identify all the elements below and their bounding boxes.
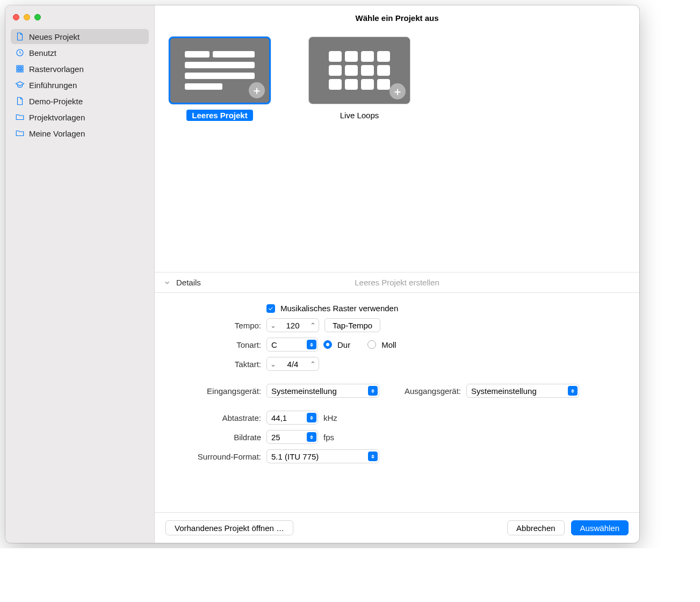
details-header[interactable]: Details Leeres Projekt erstellen bbox=[155, 272, 639, 293]
svg-rect-7 bbox=[17, 70, 18, 72]
sidebar-item-demo-projects[interactable]: Demo-Projekte bbox=[11, 94, 149, 109]
input-device-label: Eingangsgerät: bbox=[171, 386, 261, 396]
tempo-label: Tempo: bbox=[171, 321, 261, 330]
window-controls bbox=[5, 9, 154, 29]
sidebar-item-label: Demo-Projekte bbox=[29, 97, 83, 106]
sidebar-item-new-project[interactable]: Neues Projekt bbox=[11, 29, 149, 44]
sidebar-item-label: Meine Vorlagen bbox=[29, 129, 85, 138]
sidebar-item-grid-templates[interactable]: Rastervorlagen bbox=[11, 61, 149, 76]
zoom-window-button[interactable] bbox=[34, 14, 41, 20]
sidebar-item-label: Rastervorlagen bbox=[29, 64, 84, 74]
major-radio[interactable] bbox=[323, 340, 332, 349]
minimize-window-button[interactable] bbox=[24, 14, 30, 20]
select-arrows-icon bbox=[568, 386, 578, 396]
sidebar-item-project-templates[interactable]: Projektvorlagen bbox=[11, 110, 149, 125]
key-label: Tonart: bbox=[171, 340, 261, 349]
select-arrows-icon bbox=[307, 413, 316, 422]
chevron-down-icon[interactable]: ⌄ bbox=[267, 321, 279, 329]
tile-live-loops[interactable]: ＋ Live Loops bbox=[308, 37, 410, 266]
select-arrows-icon bbox=[307, 432, 316, 442]
select-arrows-icon bbox=[307, 340, 316, 349]
sample-rate-select[interactable]: 44,1 bbox=[266, 411, 318, 425]
svg-rect-4 bbox=[17, 68, 18, 70]
time-sig-label: Taktart: bbox=[171, 360, 261, 369]
sidebar: Neues Projekt Benutzt Rastervorlagen Ein… bbox=[5, 5, 155, 543]
key-select-value: C bbox=[271, 340, 277, 349]
folder-icon bbox=[15, 128, 25, 138]
sample-rate-value: 44,1 bbox=[271, 413, 287, 422]
sidebar-item-label: Neues Projekt bbox=[29, 32, 80, 41]
details-subtitle: Leeres Projekt erstellen bbox=[155, 278, 639, 287]
sidebar-item-label: Projektvorlagen bbox=[29, 113, 85, 122]
choose-button[interactable]: Auswählen bbox=[571, 520, 629, 535]
tap-tempo-button[interactable]: Tap-Tempo bbox=[324, 318, 380, 332]
output-device-value: Systemeinstellung bbox=[471, 386, 537, 396]
tempo-stepper[interactable]: ⌄ 120 ⌃ bbox=[266, 318, 319, 332]
svg-rect-2 bbox=[19, 66, 21, 67]
surround-value: 5.1 (ITU 775) bbox=[271, 452, 319, 461]
open-existing-button[interactable]: Vorhandenes Projekt öffnen … bbox=[165, 520, 293, 535]
plus-icon: ＋ bbox=[389, 83, 406, 99]
input-device-value: Systemeinstellung bbox=[271, 386, 337, 396]
close-window-button[interactable] bbox=[13, 14, 19, 20]
sample-rate-label: Abtastrate: bbox=[171, 413, 261, 422]
main-content: Wähle ein Projekt aus ＋ Leeres Projekt bbox=[155, 5, 639, 543]
grid-icon bbox=[15, 64, 25, 74]
svg-rect-9 bbox=[21, 70, 23, 72]
chevron-up-icon[interactable]: ⌃ bbox=[307, 321, 319, 329]
use-musical-grid-checkbox[interactable] bbox=[266, 304, 275, 313]
tile-label: Live Loops bbox=[335, 110, 385, 121]
key-select[interactable]: C bbox=[266, 338, 318, 352]
folder-icon bbox=[15, 112, 25, 122]
sample-rate-unit: kHz bbox=[323, 413, 337, 422]
input-device-select[interactable]: Systemeinstellung bbox=[266, 384, 379, 398]
sidebar-item-my-templates[interactable]: Meine Vorlagen bbox=[11, 126, 149, 141]
sidebar-item-label: Einführungen bbox=[29, 81, 77, 90]
select-arrows-icon bbox=[368, 386, 378, 396]
sidebar-item-tutorials[interactable]: Einführungen bbox=[11, 77, 149, 92]
template-gallery: ＋ Leeres Projekt ＋ Live Loops bbox=[155, 30, 639, 272]
use-musical-grid-label: Musikalisches Raster verwenden bbox=[280, 304, 398, 313]
surround-label: Surround-Format: bbox=[171, 452, 261, 461]
window-title: Wähle ein Projekt aus bbox=[155, 5, 639, 30]
svg-rect-5 bbox=[19, 68, 21, 70]
frame-rate-value: 25 bbox=[271, 433, 280, 442]
chevron-down-icon[interactable]: ⌄ bbox=[267, 360, 279, 368]
output-device-label: Ausgangsgerät: bbox=[395, 386, 461, 396]
plus-icon: ＋ bbox=[249, 82, 265, 98]
tempo-value: 120 bbox=[279, 321, 307, 330]
svg-rect-3 bbox=[21, 66, 23, 67]
tile-empty-project[interactable]: ＋ Leeres Projekt bbox=[169, 37, 271, 266]
sidebar-item-recent[interactable]: Benutzt bbox=[11, 45, 149, 60]
tile-label: Leeres Projekt bbox=[186, 110, 252, 121]
output-device-select[interactable]: Systemeinstellung bbox=[466, 384, 579, 398]
project-chooser-window: Neues Projekt Benutzt Rastervorlagen Ein… bbox=[5, 5, 639, 543]
cancel-button[interactable]: Abbrechen bbox=[507, 520, 565, 535]
document-icon bbox=[15, 32, 25, 41]
details-label: Details bbox=[176, 278, 201, 287]
svg-rect-1 bbox=[17, 66, 18, 67]
major-label: Dur bbox=[337, 340, 350, 349]
clock-icon bbox=[15, 48, 25, 58]
graduation-icon bbox=[15, 80, 25, 90]
footer: Vorhandenes Projekt öffnen … Abbrechen A… bbox=[155, 512, 639, 543]
frame-rate-unit: fps bbox=[323, 433, 334, 442]
svg-rect-8 bbox=[19, 70, 21, 72]
minor-label: Moll bbox=[381, 340, 396, 349]
sidebar-item-label: Benutzt bbox=[29, 48, 56, 58]
select-arrows-icon bbox=[368, 452, 378, 461]
minor-radio[interactable] bbox=[367, 340, 376, 349]
svg-rect-6 bbox=[21, 68, 23, 70]
tile-thumbnail: ＋ bbox=[308, 37, 410, 104]
tile-thumbnail: ＋ bbox=[169, 37, 271, 104]
frame-rate-label: Bildrate bbox=[171, 433, 261, 442]
time-sig-stepper[interactable]: ⌄ 4/4 ⌃ bbox=[266, 357, 319, 371]
sidebar-list: Neues Projekt Benutzt Rastervorlagen Ein… bbox=[5, 29, 154, 142]
document-icon bbox=[15, 96, 25, 106]
chevron-down-icon bbox=[163, 279, 171, 286]
chevron-up-icon[interactable]: ⌃ bbox=[307, 360, 319, 368]
surround-select[interactable]: 5.1 (ITU 775) bbox=[266, 449, 379, 463]
frame-rate-select[interactable]: 25 bbox=[266, 430, 318, 444]
details-body: Musikalisches Raster verwenden Tempo: ⌄ … bbox=[155, 293, 639, 471]
time-sig-value: 4/4 bbox=[279, 360, 307, 369]
